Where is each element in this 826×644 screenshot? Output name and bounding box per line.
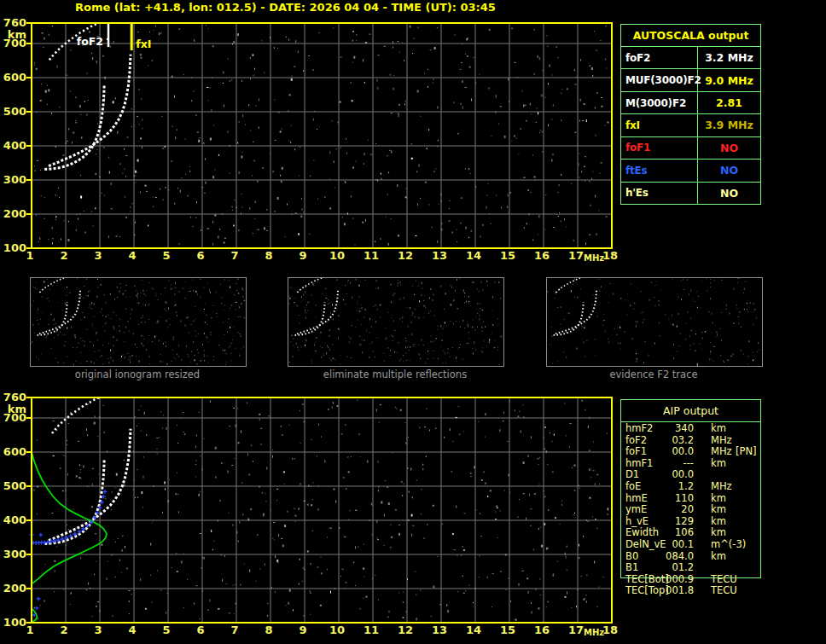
noise-dot	[387, 194, 388, 194]
noise-dot	[166, 342, 166, 343]
noise-dot	[474, 57, 474, 58]
noise-dot	[480, 318, 480, 320]
noise-dot	[201, 567, 201, 568]
noise-dot	[349, 510, 350, 511]
noise-dot	[347, 281, 348, 282]
noise-dot	[697, 363, 698, 364]
noise-dot	[673, 357, 674, 359]
noise-dot	[65, 455, 66, 456]
noise-dot	[254, 218, 255, 219]
noise-dot	[224, 310, 224, 310]
noise-dot	[224, 305, 225, 305]
noise-dot	[278, 534, 279, 537]
noise-dot	[557, 307, 558, 308]
noise-dot	[241, 287, 242, 289]
noise-dot	[172, 567, 172, 568]
x-tick-label: 11	[358, 624, 385, 636]
noise-dot	[88, 295, 89, 297]
noise-dot	[336, 299, 337, 300]
noise-dot	[266, 230, 268, 231]
ionogram-trace	[49, 55, 131, 166]
noise-dot	[151, 288, 152, 289]
noise-dot	[172, 350, 173, 351]
noise-dot	[299, 350, 300, 351]
noise-dot	[117, 287, 118, 288]
noise-dot	[561, 174, 561, 176]
noise-dot	[68, 423, 69, 424]
noise-dot	[465, 168, 466, 169]
noise-dot	[637, 358, 637, 360]
noise-dot	[433, 171, 435, 172]
noise-dot	[201, 279, 201, 280]
noise-dot	[66, 142, 67, 144]
bottom-ionogram-plot	[26, 396, 614, 624]
noise-dot	[165, 187, 166, 188]
aip-row-value: 084.0	[645, 550, 694, 562]
noise-dot	[464, 328, 465, 328]
noise-dot	[388, 243, 389, 246]
noise-dot	[371, 327, 372, 328]
noise-dot	[649, 299, 650, 300]
noise-dot	[191, 100, 192, 102]
noise-dot	[113, 359, 113, 360]
noise-dot	[168, 189, 170, 190]
noise-dot	[753, 359, 753, 361]
noise-dot	[376, 520, 377, 523]
noise-dot	[415, 344, 416, 345]
noise-dot	[420, 198, 421, 199]
noise-dot	[604, 125, 605, 125]
noise-dot	[172, 288, 172, 289]
noise-dot	[693, 343, 694, 344]
noise-dot	[452, 232, 453, 234]
noise-dot	[474, 342, 474, 344]
noise-dot	[234, 458, 235, 459]
noise-dot	[346, 138, 346, 140]
noise-dot	[410, 26, 411, 28]
noise-dot	[508, 578, 509, 579]
noise-dot	[404, 60, 404, 61]
noise-dot	[420, 590, 421, 591]
noise-dot	[399, 299, 400, 300]
noise-dot	[504, 136, 506, 138]
noise-dot	[459, 434, 460, 435]
noise-dot	[305, 312, 306, 313]
noise-dot	[189, 171, 190, 172]
noise-dot	[329, 357, 330, 358]
noise-dot	[195, 336, 196, 337]
noise-dot	[272, 450, 273, 450]
noise-dot	[381, 173, 381, 175]
noise-dot	[113, 345, 113, 346]
noise-dot	[186, 345, 187, 347]
noise-dot	[526, 120, 527, 121]
noise-dot	[150, 575, 151, 576]
noise-dot	[359, 310, 360, 312]
noise-dot	[412, 286, 413, 287]
noise-dot	[316, 305, 317, 305]
noise-dot	[231, 343, 232, 344]
noise-dot	[253, 461, 253, 461]
noise-dot	[236, 531, 237, 534]
noise-dot	[496, 112, 497, 113]
noise-dot	[329, 329, 330, 331]
noise-dot	[105, 77, 106, 79]
noise-dot	[402, 317, 403, 319]
noise-dot	[90, 291, 90, 292]
noise-dot	[400, 318, 401, 320]
x-tick-label: 11	[358, 250, 385, 262]
noise-dot	[240, 334, 241, 334]
noise-dot	[362, 307, 363, 309]
aip-row-unit: MHz	[711, 480, 732, 492]
noise-dot	[111, 183, 112, 185]
noise-dot	[414, 38, 415, 39]
noise-dot	[112, 491, 113, 493]
noise-dot	[340, 102, 341, 103]
noise-dot	[496, 95, 497, 97]
noise-dot	[424, 426, 426, 427]
noise-dot	[229, 347, 230, 348]
noise-dot	[174, 293, 175, 295]
noise-dot	[398, 113, 399, 114]
noise-dot	[482, 328, 483, 328]
noise-dot	[194, 603, 195, 605]
noise-dot	[412, 525, 414, 526]
noise-dot	[574, 297, 575, 298]
